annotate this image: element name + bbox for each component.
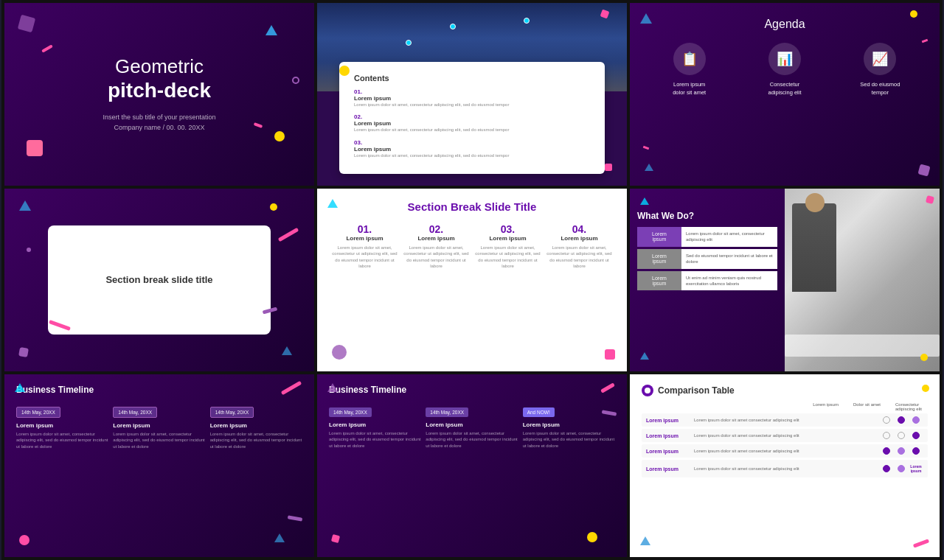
comp-dot-4-1 [883,465,890,472]
deco-tri [640,13,652,24]
slide-title: Geometric pitch-deck Insert the sub titl… [4,3,314,186]
break-slide-title: Section Break Slide Title [332,200,612,213]
deco-purple [18,347,29,357]
deco-yellow [270,203,277,211]
comp-row-2: Lorem ipsum Lorem ipsum dolor sit amet c… [642,429,928,442]
deco-pink-sq [331,534,340,543]
comp-dot-2-1 [883,432,890,439]
agenda-icon-3: 📈 [864,43,896,75]
slide-agenda: Agenda 📋 Lorem ipsum dolor sit amet 📊 Co… [630,3,940,186]
comp-label-4: Lorem ipsum [646,466,694,472]
deco-yellow [587,532,597,542]
tl-date-2: 14th May, 20XX [113,407,157,418]
content-item-2: 02. Lorem ipsum Lorem ipsum dolor sit am… [354,113,590,133]
deco-tri-cyan [327,199,338,208]
comp-dot-3-1 [883,447,890,455]
slide-grid: Geometric pitch-deck Insert the sub titl… [1,0,943,560]
slide-comparison: Comparison Table Lorem ipsum Dolor sit a… [630,374,940,557]
comparison-col-headers: Lorem ipsum Dolor sit amet Consectetur a… [642,402,922,411]
tl-title-3: Lorem ipsum [210,422,302,429]
deco-tri2 [640,352,649,360]
timeline-columns: 14th May, 20XX Lorem ipsum Lorem ipsum d… [16,404,302,449]
deco-tri [640,536,650,545]
table-row-2: Loremipsum Sed do eiusmod tempor incidun… [637,249,777,269]
comp-text-1: Lorem ipsum dolor sit amet consectetur a… [694,418,879,422]
slide-contents: Contents 01. Lorem ipsum Lorem ipsum dol… [317,3,627,186]
tl-title-2: Lorem ipsum [426,421,518,428]
comp-row-1: Lorem ipsum Lorem ipsum dolor sit amet c… [642,413,928,427]
comp-dot-1-1 [883,416,890,424]
comp-icon [642,385,653,396]
tl-text-1: Lorem ipsum dolor sit amet, consectetur … [329,430,421,449]
section-card-text: Section break slide title [97,265,221,294]
content-card: Contents 01. Lorem ipsum Lorem ipsum dol… [339,62,605,174]
tl-text-1: Lorem ipsum dolor sit amet, consectetur … [16,431,108,449]
deco-bar-pink [913,539,929,547]
col-header-3: Consectetur adipiscing elit [895,402,922,411]
comp-dot-2-3 [912,432,920,439]
subtitle: Insert the sub title of your presentatio… [103,112,215,133]
deco-bar-pink [278,228,299,242]
deco-bar-purple [288,515,303,521]
what-we-do-panel: What We Do? Loremipsum Lorem ipsum dolor… [630,189,785,371]
pin-2 [524,18,530,24]
slide-section-detailed: Section Break Slide Title 01. Lorem ipsu… [317,189,627,371]
what-we-do-title: What We Do? [637,211,777,221]
tl-date-3: 14th May, 20XX [210,407,254,418]
col-item-4: 04. Lorem ipsum Lorem ipsum dolor sit am… [546,223,612,270]
tl-text-2: Lorem ipsum dolor sit amet, consectetur … [113,431,205,449]
tl-col-3: And NOW! Lorem ipsum Lorem ipsum dolor s… [523,404,615,449]
slide-section-break: Section break slide title [4,189,314,371]
comparison-header: Comparison Table [642,385,928,396]
comp-dot-3-2 [898,447,905,455]
contents-label: Contents [354,74,590,83]
table-label-2: Loremipsum [637,249,681,269]
deco-triangle [266,25,277,35]
comp-dot-3-3 [912,447,920,455]
col-item-3: 03. Lorem ipsum Lorem ipsum dolor sit am… [475,223,541,270]
col-header-2: Dolor sit amet [853,402,881,411]
what-we-do-photo [785,189,940,371]
comp-label-2: Lorem ipsum [646,433,694,438]
tl-title-1: Lorem ipsum [16,422,108,429]
timeline-title: Business Timeline [16,385,302,395]
agenda-label-2: Consectetur adipiscing elit [768,81,801,97]
content-item-3: 03. Lorem ipsum Lorem ipsum dolor sit am… [354,139,590,158]
slide-what-we-do: What We Do? Loremipsum Lorem ipsum dolor… [630,189,940,371]
deco-yellow [922,385,929,392]
tl-text-3: Lorem ipsum dolor sit amet, consectetur … [523,430,615,449]
table-content-2: Sed do eiusmod tempor incidunt ut labore… [681,249,777,269]
deco-circle-yellow [274,131,285,141]
tl-title-3: Lorem ipsum [523,421,615,428]
table-row-3: Loremipsum Ut enim ad minim veniam quis … [637,271,777,291]
deco-bar-pink [41,44,53,52]
tl-col-1: 14th May, 20XX Lorem ipsum Lorem ipsum d… [16,404,108,449]
title-bold: pitch-deck [103,78,215,103]
comp-label-1: Lorem ipsum [646,418,694,423]
agenda-label-3: Sed do eiusmod tempor [860,81,900,97]
agenda-item-3: 📈 Sed do eiusmod tempor [833,43,928,97]
comparison-title: Comparison Table [658,385,735,396]
deco-small-dot [27,248,31,252]
tl-text-2: Lorem ipsum dolor sit amet, consectetur … [426,430,518,449]
content-item-1: 01. Lorem ipsum Lorem ipsum dolor sit am… [354,88,590,108]
section-card: Section break slide title [48,225,271,335]
comp-badge-4-3: Loremipsum [909,463,923,475]
tl-date-1: 14th May, 20XX [16,407,60,418]
deco-tri2 [282,346,292,355]
table-label-1: Loremipsum [637,227,681,247]
tl-date-3: And NOW! [523,407,555,417]
agenda-item-2: 📊 Consectetur adipiscing elit [737,43,832,97]
agenda-icon-1: 📋 [673,43,706,75]
deco-pink-sq [605,349,615,360]
deco-yellow [910,10,917,18]
comp-dot-2-2 [898,432,905,439]
deco-circle [332,345,347,360]
agenda-icon-2: 📊 [768,43,801,75]
yellow-dot [339,66,350,76]
tl-date-1: 14th May, 20XX [329,407,372,417]
pink-shape2 [605,164,612,171]
agenda-item-1: 📋 Lorem ipsum dolor sit amet [642,43,737,97]
deco-pink-circle [19,535,30,545]
deco-purple [917,164,930,176]
